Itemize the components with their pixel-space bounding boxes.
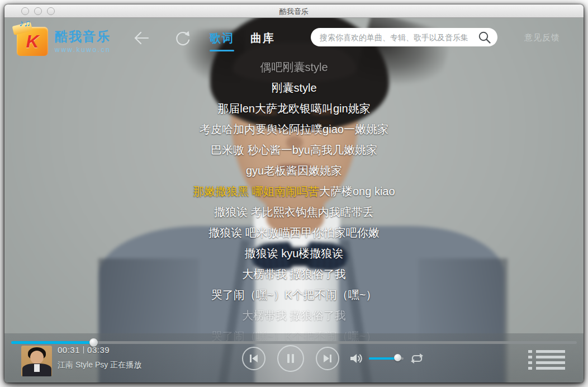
- playlist-bullet: [528, 361, 532, 364]
- title-bar: 酷我音乐: [4, 4, 584, 18]
- search-input[interactable]: [320, 33, 477, 42]
- playlist-line: [536, 356, 565, 358]
- lyric-line: 撒狼诶 kyu楼撒狼诶: [4, 243, 584, 264]
- main-content: ♪♫ K 酷我音乐 www.kuwo.cn: [4, 18, 584, 383]
- refresh-icon[interactable]: [173, 29, 192, 47]
- music-notes-icon: ♪♫: [19, 18, 31, 29]
- playlist-bullet: [528, 367, 532, 370]
- pause-icon: [286, 353, 296, 364]
- now-playing-label: 江南 Style Psy 正在播放: [58, 360, 141, 370]
- playlist-line: [536, 350, 565, 353]
- album-art-shirt: [34, 364, 40, 372]
- lyric-line: 撒狼诶 吧米嗷喵西甲你怕家吧你嫩: [4, 223, 584, 243]
- total-time: 03:39: [87, 345, 110, 355]
- volume-fill: [369, 357, 397, 360]
- playlist-bullet: [528, 356, 532, 358]
- brand-url: www.kuwo.cn: [55, 46, 111, 54]
- playlist-bullet: [528, 350, 532, 353]
- playlist-icon[interactable]: [528, 350, 565, 370]
- app-window: 酷我音乐: [4, 4, 584, 383]
- lyric-line: 巴米嗷 秒心酱一byu高我几嫩姚家: [4, 140, 584, 161]
- player-bar: 00:3103:39 江南 Style Psy 正在播放: [4, 333, 584, 383]
- feedback-link[interactable]: 意见反馈: [524, 32, 560, 43]
- lyrics-panel: 偶吧刚囊style 刚囊style 那届len大萨龙欧银噶叫gin姚家 考皮哈加…: [4, 57, 584, 347]
- tab-lyrics[interactable]: 歌词: [210, 31, 234, 51]
- progress-fill: [11, 341, 93, 344]
- lyric-sung-part: 那嫩撒狼黑 哪姐南闹吗苦: [193, 185, 319, 197]
- time-display: 00:3103:39: [58, 345, 110, 355]
- repeat-icon[interactable]: [409, 351, 425, 366]
- logo-k-letter: K: [17, 31, 48, 52]
- playlist-line: [536, 361, 565, 364]
- next-track-button[interactable]: [316, 347, 339, 370]
- volume-knob[interactable]: [394, 354, 401, 361]
- previous-track-button[interactable]: [242, 347, 265, 370]
- window-title: 酷我音乐: [4, 7, 584, 17]
- playlist-line: [536, 367, 565, 370]
- back-icon[interactable]: [132, 29, 151, 47]
- lyric-line: gyu老板酱因嫩姚家: [4, 161, 584, 181]
- tab-library-label: 曲库: [250, 32, 275, 44]
- previous-icon: [248, 353, 259, 364]
- lyric-line: 那届len大萨龙欧银噶叫gin姚家: [4, 98, 584, 119]
- lyric-line: 撒狼诶 考比熙衣钩焦内我瞎带丢: [4, 202, 584, 223]
- search-icon[interactable]: [477, 30, 492, 45]
- pause-button[interactable]: [277, 345, 304, 372]
- lyric-line-current: 那嫩撒狼黑 哪姐南闹吗苦大萨楼ong kiao: [4, 181, 584, 202]
- lyric-line: 刚囊style: [4, 78, 584, 98]
- kuwo-logo-icon: ♪♫ K: [17, 27, 48, 56]
- lyric-line: 考皮哈加内要舆论阿拉噗giao一嫩姚家: [4, 119, 584, 140]
- lyric-unsung-part: 大萨楼ong kiao: [319, 185, 395, 197]
- lyric-line: 哭了闹（嘿~）K个把不闹（嘿~）: [4, 285, 584, 305]
- kuwo-logo[interactable]: ♪♫ K 酷我音乐 www.kuwo.cn: [17, 21, 112, 57]
- time-separator: [83, 346, 84, 353]
- elapsed-time: 00:31: [58, 345, 80, 355]
- search-box: [311, 28, 497, 46]
- volume-icon[interactable]: [349, 352, 364, 365]
- top-nav: ♪♫ K 酷我音乐 www.kuwo.cn: [4, 18, 584, 65]
- next-icon: [322, 353, 333, 364]
- tab-lyrics-label: 歌词: [210, 32, 234, 44]
- tab-library[interactable]: 曲库: [250, 31, 275, 46]
- album-art[interactable]: [21, 346, 52, 376]
- lyric-line: 大楞带我 撒狼俗了我: [4, 305, 584, 326]
- brand-name: 酷我音乐: [55, 28, 111, 45]
- album-art-face: [30, 351, 44, 364]
- brand-text: 酷我音乐 www.kuwo.cn: [55, 28, 111, 54]
- lyric-line: 大楞带我 撒狼俗了我: [4, 264, 584, 285]
- volume-slider[interactable]: [369, 356, 404, 361]
- progress-track[interactable]: [11, 341, 577, 344]
- tab-active-underline: [210, 50, 234, 51]
